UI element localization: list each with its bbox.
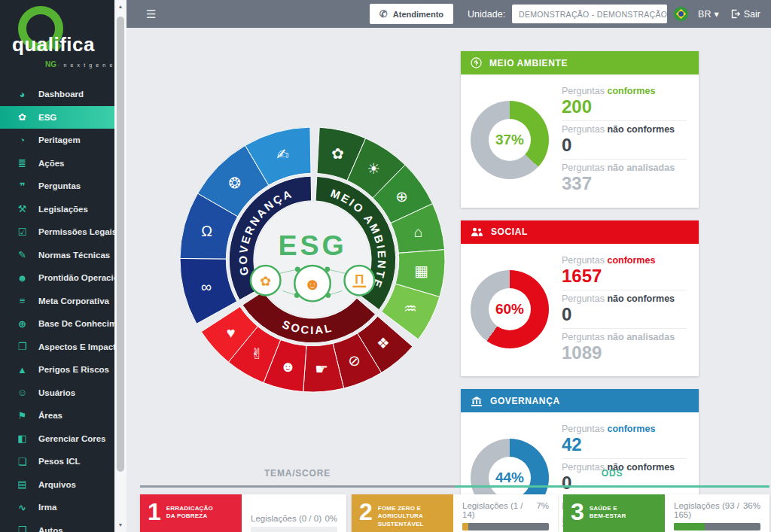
bank-icon [471,396,483,406]
sidebar-item-label: Base De Conhecimento [38,319,114,328]
ods-color-block: 1ERRADICAÇÃODA POBREZA [140,494,242,532]
sun-icon: ☀ [367,160,380,177]
language-dropdown[interactable]: BR ▾ [698,8,719,20]
stat-row-label: Perguntas conformes [562,255,687,266]
stat-row-label: Perguntas não analisadas [562,163,687,173]
sidebar-item-esg[interactable]: ✿ESG [0,106,114,129]
sidebar-item-base-de-conhecimento[interactable]: ⊕Base De Conhecimento [0,312,114,336]
file-icon: ❒ [16,524,29,532]
stat-card-social: SOCIAL60%Perguntas conformes1657Pergunta… [461,220,699,377]
sidebar-item-normas-tecnicas[interactable]: ✎Normas Técnicas [0,244,114,267]
stat-row-conformes: Perguntas conformes200 [562,83,687,120]
ods-title: FOME ZERO EAGRICULTURASUSTENTÁVEL [378,505,424,532]
ods-progress-bar [462,523,549,530]
sidebar-item-pesos-icl[interactable]: ❏Pesos ICL [0,450,114,473]
sidebar-item-peritagem[interactable]: ◔Peritagem [0,129,114,152]
ods-number: 1 [148,501,161,532]
people-glyph: ☻ [304,275,322,293]
chat-icon: ❞ [16,181,29,192]
sidebar-item-areas[interactable]: ⚑Áreas [0,404,114,427]
atendimento-button[interactable]: ✆ Atendimento [370,4,453,24]
stat-row-label: Perguntas conformes [562,424,687,434]
dashboard-icon: ◕ [16,89,29,100]
sidebar-item-perguntas[interactable]: ❞Perguntas [0,175,114,198]
sidebar-item-acoes[interactable]: ≣Ações [0,152,114,175]
sidebar-item-arquivos[interactable]: ▤Arquivos [0,473,114,497]
ods-progress-bar [674,523,760,530]
stat-row-nao-analisadas: Perguntas não analisadas1089 [562,328,687,366]
stat-row-value: 1089 [562,343,687,362]
ods-number: 2 [359,501,373,532]
ods-meta-row: Legislações (0 / 0)0% [251,514,337,523]
people-check-icon: ☻ [280,358,296,375]
sidebar-item-label: Áreas [38,411,62,420]
lock-icon: Ω [201,223,212,239]
people-icon [471,227,483,237]
stat-card-header-social: SOCIAL [461,220,699,244]
sidebar-item-gerenciar-cores[interactable]: ◧Gerenciar Cores [0,427,114,451]
stat-row-label: Perguntas não analisadas [562,332,687,342]
sidebar-item-label: Pesos ICL [38,457,81,466]
scrollbar-thumb[interactable] [117,17,124,472]
wheel-globe-icon: ❂ [228,175,241,191]
sidebar-item-perigos-e-riscos[interactable]: ▲Perigos E Riscos [0,358,114,382]
stat-row-label: Perguntas conformes [562,86,687,96]
sidebar-item-meta-corporativa[interactable]: ≡Meta Corporativa [0,290,114,313]
paint-icon: ◧ [16,433,29,444]
ods-legislacoes-label: Legislações (0 / 0) [251,514,322,523]
sidebar-item-legislacoes[interactable]: ⚒Legislações [0,198,114,221]
sidebar-item-irma[interactable]: ∿Irma [0,496,114,519]
sidebar-item-aspectos-e-impactos[interactable]: ❐Aspectos E Impactos [0,336,114,359]
stat-row-label: Perguntas não conformes [562,293,687,304]
sidebar-item-label: Legislações [38,205,88,214]
sidebar-item-label: Usuários [38,388,75,397]
chart-icon: ∿ [16,502,29,513]
sidebar-item-label: Perguntas [38,181,81,190]
ods-progress-fill [462,523,468,530]
scrollbar-up-icon[interactable]: ▲ [114,2,126,12]
unidade-select[interactable]: DEMONSTRAÇÃO - DEMONSTRAÇÃO [512,5,667,23]
no-drugs-icon: ⊘ [348,352,361,369]
checklist-icon: ≣ [16,157,29,169]
logo-subtitle: NG· n e x t g e n e r a t i o n [45,60,114,68]
esg-icon: ✿ [16,111,29,123]
globe-icon: ⊕ [16,318,29,330]
topbar: ☰ ✆ Atendimento Unidade: DEMONSTRAÇÃO - … [126,0,771,28]
sidebar-item-label: Arquivos [38,480,76,489]
donation-hand-icon: ☛ [315,360,328,377]
ods-percent-label: 0% [325,514,337,523]
tab-tema-score[interactable]: TEMA/SCORE [140,468,455,488]
donut-chart-meio-ambiente: 37% [471,101,549,179]
leaves-icon: ✿ [331,145,344,162]
sidebar-item-autos[interactable]: ❒Autos [0,519,114,532]
hamburger-menu-icon[interactable]: ☰ [146,8,156,21]
bank-glyph: Π [355,272,364,287]
logo: qualifica NG· n e x t g e n e r a t i o … [0,0,114,80]
sidebar-item-permissoes-legais[interactable]: ☑Permissões Legais [0,220,114,244]
ods-legislacoes-label: Legislações (93 / 165) [674,501,743,519]
sidebar-item-dashboard[interactable]: ◕Dashboard [0,83,114,106]
sidebar-item-prontidao-operacional[interactable]: ☻Prontidão Operacional [0,266,114,290]
sidebar-item-label: Ações [38,159,65,168]
factory-icon: ⌂ [414,223,423,240]
stat-card-meio-ambiente: MEIO AMBIENTE37%Perguntas conformes200Pe… [461,51,699,208]
headset-icon: ✆ [379,8,388,20]
heart-pulse-icon: ♥ [227,324,236,341]
sair-button[interactable]: Sair [730,9,760,20]
stat-row-nao-analisadas: Perguntas não analisadas337 [562,159,687,197]
ods-title: SAÚDE EBEM-ESTAR [590,505,626,532]
stat-row-label: Perguntas não conformes [562,124,687,135]
sidebar-item-usuarios[interactable]: ☺Usuários [0,382,114,405]
warning-icon: ▲ [16,364,29,375]
app-root: qualifica NG· n e x t g e n e r a t i o … [0,0,771,532]
stat-row-conformes: Perguntas conformes42 [562,421,687,458]
stat-row-value: 0 [562,135,687,154]
scrollbar-down-icon[interactable]: ▼ [114,520,126,530]
clipboard-icon: ❏ [16,456,29,467]
sidebar-item-label: Dashboard [38,90,84,99]
stat-card-title: SOCIAL [491,226,528,237]
stat-row-conformes: Perguntas conformes1657 [562,252,687,290]
ods-card-3: 3SAÚDE EBEM-ESTARLegislações (93 / 165)3… [563,494,769,532]
list-icon: ≡ [16,295,29,306]
sidebar-scrollbar[interactable]: ▲ ▼ [114,0,126,532]
